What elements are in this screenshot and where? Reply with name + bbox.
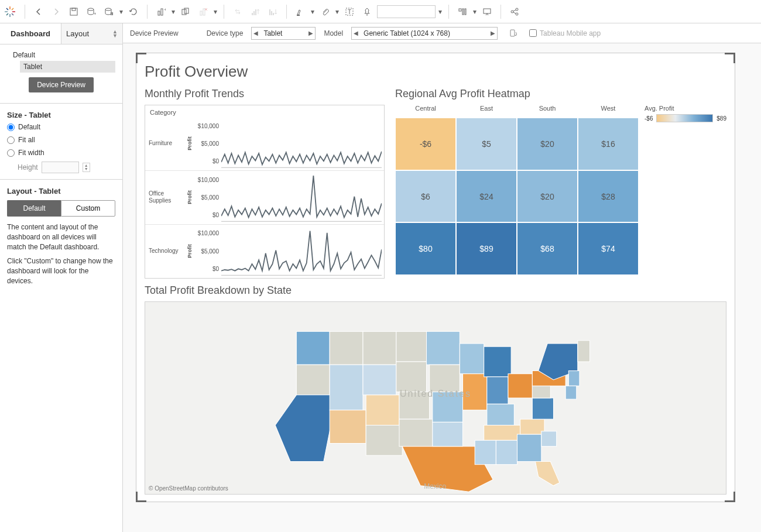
svg-rect-8 [70, 8, 77, 15]
category-header: Category [145, 105, 384, 117]
svg-rect-15 [158, 11, 160, 15]
size-panel-title: Size - Tablet [0, 107, 122, 121]
svg-rect-69 [484, 425, 520, 441]
svg-rect-73 [520, 419, 544, 434]
svg-text:+: + [164, 7, 166, 12]
new-worksheet-button[interactable]: + [153, 4, 169, 19]
trend-yticks: $10,000$5,000$0 [193, 225, 221, 278]
sort-asc-button[interactable] [248, 4, 263, 19]
preview-title: Device Preview [130, 29, 179, 37]
svg-rect-21 [203, 9, 205, 15]
radio-default[interactable]: Default [0, 121, 122, 133]
svg-rect-72 [517, 434, 541, 462]
heat-cell[interactable]: $89 [456, 222, 517, 275]
clear-caret[interactable]: ▾ [213, 8, 218, 16]
height-input[interactable] [42, 162, 79, 173]
tab-dashboard[interactable]: Dashboard [0, 23, 61, 44]
sort-desc-button[interactable] [265, 4, 280, 19]
refresh-button[interactable] [126, 4, 141, 19]
pause-caret[interactable]: ▾ [119, 8, 124, 16]
svg-rect-34 [462, 9, 464, 15]
pause-updates-button[interactable] [101, 4, 116, 19]
radio-fit-all[interactable]: Fit all [0, 133, 122, 146]
svg-rect-48 [330, 331, 363, 365]
svg-rect-27 [269, 9, 270, 15]
heat-cell[interactable]: $80 [395, 222, 456, 275]
heat-cell[interactable]: -$6 [395, 118, 456, 170]
svg-rect-33 [459, 9, 461, 11]
heat-cell[interactable]: $16 [578, 118, 639, 170]
back-button[interactable] [31, 4, 46, 19]
map-mexico-label: Mexico [424, 482, 446, 490]
show-me-button[interactable] [455, 4, 470, 19]
attach-caret[interactable]: ▾ [335, 8, 340, 16]
trend-category: Office Supplies [145, 171, 186, 224]
svg-rect-25 [253, 11, 255, 15]
heatmap[interactable]: CentralEastSouthWest -$6$5$20$16$6$24$20… [395, 105, 639, 275]
profit-map[interactable]: United States Mexico © OpenStreetMap con… [145, 301, 726, 495]
seg-default[interactable]: Default [7, 200, 61, 217]
share-button[interactable] [507, 4, 522, 19]
new-ws-caret[interactable]: ▾ [171, 8, 176, 16]
forward-button[interactable] [49, 4, 64, 19]
svg-rect-16 [161, 9, 163, 15]
svg-rect-50 [330, 410, 366, 444]
svg-point-12 [105, 8, 111, 11]
height-label: Height [18, 163, 38, 171]
heat-cell[interactable]: $5 [456, 118, 517, 170]
highlight-caret[interactable]: ▾ [310, 8, 315, 16]
showme-caret[interactable]: ▾ [472, 8, 477, 16]
svg-rect-75 [532, 398, 553, 419]
sparkline[interactable] [221, 225, 384, 278]
heat-cell[interactable]: $74 [578, 222, 639, 275]
seg-custom[interactable]: Custom [61, 200, 115, 217]
legend-min: -$6 [645, 115, 653, 122]
svg-text:+: + [94, 11, 96, 16]
device-type-select[interactable]: ◀Tablet▶ [251, 27, 316, 40]
heat-cell[interactable]: $28 [578, 170, 639, 223]
trend-title: Monthly Profit Trends [145, 88, 385, 100]
save-button[interactable] [66, 4, 81, 19]
toolbar-search-input[interactable] [377, 5, 436, 18]
height-stepper[interactable]: ▲▼ [83, 163, 90, 172]
map-country-label: United States [400, 389, 471, 399]
svg-rect-42 [510, 30, 515, 36]
heat-cell[interactable]: $68 [517, 222, 578, 275]
tab-layout[interactable]: Layout ▲▼ [61, 23, 122, 44]
pin-button[interactable] [359, 4, 375, 19]
search-caret[interactable]: ▾ [438, 8, 443, 16]
trend-category: Furniture [145, 117, 186, 170]
swap-button[interactable] [230, 4, 245, 19]
text-label-button[interactable]: T [342, 4, 357, 19]
sparkline[interactable] [221, 117, 384, 170]
radio-fit-width[interactable]: Fit width [0, 146, 122, 159]
heat-cell[interactable]: $24 [456, 170, 517, 223]
svg-rect-60 [430, 365, 460, 392]
tree-default[interactable]: Default [11, 49, 115, 61]
attachment-button[interactable] [317, 4, 332, 19]
model-select[interactable]: ◀Generic Tablet (1024 x 768)▶ [351, 27, 498, 40]
trend-yticks: $10,000$5,000$0 [193, 117, 221, 170]
tree-tablet[interactable]: Tablet [20, 61, 115, 73]
sparkline[interactable] [221, 171, 384, 224]
svg-line-7 [6, 13, 8, 15]
device-preview-button[interactable]: Device Preview [29, 77, 94, 92]
heat-cell[interactable]: $20 [517, 118, 578, 170]
duplicate-button[interactable] [178, 4, 193, 19]
svg-rect-47 [296, 365, 330, 395]
dashboard-title: Profit Overview [145, 63, 726, 81]
trend-chart[interactable]: Category FurnitureProfit$10,000$5,000$0O… [145, 105, 385, 279]
tableau-logo-icon [5, 6, 15, 17]
clear-button[interactable] [196, 4, 211, 19]
heat-cell[interactable]: $20 [517, 170, 578, 223]
svg-rect-51 [363, 331, 396, 365]
model-label: Model [324, 29, 343, 37]
highlight-button[interactable] [293, 4, 308, 19]
heatmap-legend: Avg. Profit -$6 $89 [639, 105, 726, 275]
heat-cell[interactable]: $6 [395, 170, 456, 223]
rotate-orientation-button[interactable] [506, 26, 521, 41]
presentation-button[interactable] [479, 4, 495, 19]
new-data-source-button[interactable]: + [84, 4, 99, 19]
svg-rect-20 [200, 11, 202, 15]
mobile-app-checkbox[interactable]: Tableau Mobile app [529, 29, 601, 37]
